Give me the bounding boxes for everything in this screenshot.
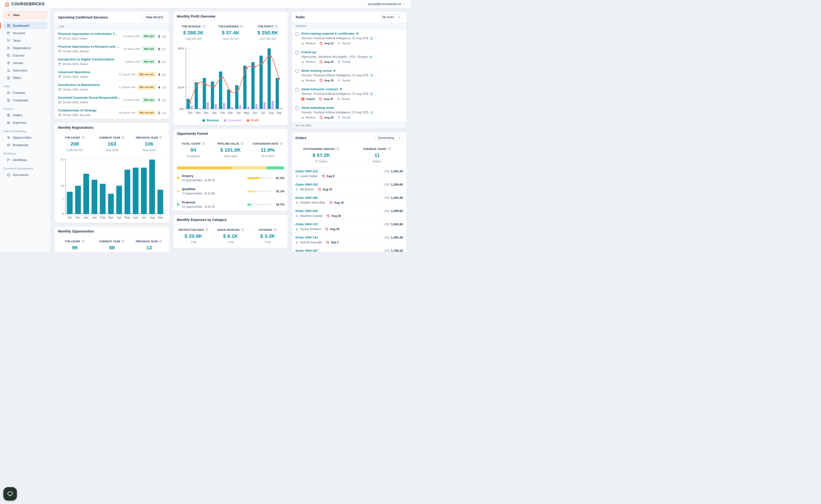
order-id-link[interactable]: Order #INV-134 bbox=[295, 236, 318, 239]
external-link-icon[interactable] bbox=[370, 74, 373, 77]
order-id-link[interactable]: Order #INV-256 bbox=[295, 209, 318, 213]
order-row[interactable]: Order #INV-134 USD 1,292.40 Nichole Kass… bbox=[292, 233, 406, 247]
session-row[interactable]: Advanced Operations 16 Nov 2025, Online … bbox=[55, 68, 169, 81]
help-icon[interactable]: ? bbox=[82, 240, 85, 243]
order-row[interactable]: Order #INV-387 USD 1,789.20 bbox=[292, 247, 406, 252]
help-icon[interactable]: ? bbox=[241, 228, 244, 231]
task-row[interactable]: Follow up Opportunity: Johnathan McLaugh… bbox=[292, 48, 406, 66]
sidebar-item-venues[interactable]: Venues bbox=[3, 59, 47, 66]
view-all-button[interactable]: View All (17) bbox=[143, 14, 166, 20]
help-icon[interactable]: ? bbox=[205, 228, 208, 231]
order-row[interactable]: Order #INV-191 USD 1,299.60 Bill BoehmAu… bbox=[292, 181, 406, 194]
sidebar-item-broadcasts[interactable]: Broadcasts bbox=[3, 141, 47, 149]
help-icon[interactable]: ? bbox=[274, 228, 277, 231]
help-icon[interactable]: ? bbox=[240, 25, 243, 28]
task-checkbox[interactable] bbox=[295, 51, 299, 54]
funnel-card: Opportunity Funnel TOTAL COUNT? 84 In pi… bbox=[173, 129, 288, 211]
session-row[interactable]: Introduction to Maintenance 16 Nov 2025,… bbox=[55, 81, 169, 94]
help-icon[interactable]: ? bbox=[336, 147, 339, 150]
legend-expenses[interactable]: Expenses bbox=[224, 119, 242, 122]
new-button[interactable]: New bbox=[3, 11, 47, 19]
session-row[interactable]: Introduction to Digital Transformation 0… bbox=[55, 55, 169, 68]
session-row[interactable]: Practical Approaches to Research and … 0… bbox=[55, 43, 169, 55]
session-title-link[interactable]: Advanced Operations bbox=[58, 70, 117, 74]
session-row[interactable]: Practical Approaches to Information T… 0… bbox=[55, 30, 169, 43]
session-date-icon bbox=[58, 37, 61, 40]
session-title-link[interactable]: Essential Corporate Social Responsibili… bbox=[58, 96, 122, 99]
help-icon[interactable]: ? bbox=[82, 136, 85, 139]
task-checkbox[interactable] bbox=[295, 69, 299, 73]
session-title-link[interactable]: Fundamentals of Strategy bbox=[58, 109, 117, 112]
sidebar-item-expenses[interactable]: Expenses bbox=[3, 119, 47, 126]
external-link-icon[interactable] bbox=[370, 111, 373, 114]
session-min-badge: Min met bbox=[142, 47, 156, 51]
order-id-link[interactable]: Order #INV-387 bbox=[295, 249, 318, 252]
session-title-link[interactable]: Practical Approaches to Research and … bbox=[58, 45, 122, 48]
task-row[interactable]: Send instructor contract Session: Practi… bbox=[292, 85, 406, 103]
external-link-icon[interactable] bbox=[369, 55, 372, 58]
order-id-link[interactable]: Order #INV-191 bbox=[295, 183, 318, 186]
brand[interactable]: COURSEBRICKS bbox=[4, 1, 45, 7]
external-link-icon[interactable] bbox=[370, 37, 373, 40]
task-context: Session: Practical Artificial Intelligen… bbox=[301, 111, 368, 114]
stat-sub: In pipeline bbox=[175, 155, 212, 158]
sidebar-item-instructors[interactable]: Instructors bbox=[3, 67, 47, 74]
task-row[interactable]: Print training material & certificates S… bbox=[292, 29, 406, 48]
help-icon[interactable]: ? bbox=[280, 142, 283, 145]
order-row[interactable]: Order #INV-256 USD 1,299.60 Madeline Goy… bbox=[292, 207, 406, 220]
legend-revenue[interactable]: Revenue bbox=[202, 119, 219, 122]
help-icon[interactable]: ? bbox=[202, 142, 205, 145]
sidebar-item-label: Sessions bbox=[13, 31, 25, 35]
sidebar-item-opportunities[interactable]: Opportunities bbox=[3, 134, 47, 141]
task-title-link[interactable]: Follow up bbox=[301, 50, 316, 54]
order-id-link[interactable]: Order #INV-381 bbox=[295, 196, 318, 200]
task-title-link[interactable]: Send marketing email bbox=[301, 106, 334, 110]
sidebar-item-companies[interactable]: Companies bbox=[3, 97, 47, 104]
task-checkbox[interactable] bbox=[295, 88, 299, 91]
user-menu[interactable]: yousef@coursebricks.io bbox=[368, 2, 406, 6]
due-date-icon bbox=[320, 60, 323, 64]
help-icon[interactable]: ? bbox=[159, 240, 162, 243]
session-row[interactable]: Essential Corporate Social Responsibili…… bbox=[55, 94, 169, 106]
orders-filter-select[interactable]: Outstanding bbox=[375, 135, 403, 141]
legend-profit[interactable]: Profit bbox=[247, 119, 259, 122]
session-title-link[interactable]: Introduction to Digital Transformation bbox=[58, 58, 123, 61]
task-row[interactable]: Book training venue Session: Practical A… bbox=[292, 66, 406, 85]
sidebar-item-contacts[interactable]: Contacts bbox=[3, 89, 47, 96]
task-row[interactable]: Send marketing email Session: Practical … bbox=[292, 103, 406, 122]
help-icon[interactable]: ? bbox=[388, 147, 391, 150]
help-icon[interactable]: ? bbox=[275, 25, 278, 28]
session-title-link[interactable]: Introduction to Maintenance bbox=[58, 83, 117, 87]
sidebar-item-registrations[interactable]: Registrations bbox=[3, 44, 47, 52]
tasks-filter-select[interactable]: My tasks bbox=[379, 14, 403, 20]
task-title-link[interactable]: Send instructor contract bbox=[301, 87, 338, 91]
task-checkbox[interactable] bbox=[295, 32, 299, 36]
tasks-card-title: Tasks bbox=[295, 15, 305, 19]
sidebar-item-orders[interactable]: Orders bbox=[3, 111, 47, 119]
order-id-link[interactable]: Order #INV-121 bbox=[295, 222, 318, 226]
sidebar-item-offers[interactable]: Offers bbox=[3, 74, 47, 81]
order-row[interactable]: Order #INV-121 USD 1,642.80 Tyrone Smith… bbox=[292, 220, 406, 233]
session-title-link[interactable]: Practical Approaches to Information T… bbox=[58, 32, 122, 36]
sidebar-item-documents[interactable]: Documents bbox=[3, 171, 47, 178]
help-icon[interactable]: ? bbox=[202, 25, 205, 28]
sidebar-item-sessions[interactable]: Sessions bbox=[3, 29, 47, 37]
help-icon[interactable]: ? bbox=[121, 136, 124, 139]
task-priority: Urgent bbox=[306, 97, 315, 100]
order-id-link[interactable]: Order #INV-321 bbox=[295, 169, 318, 173]
order-row[interactable]: Order #INV-381 USD 1,292.40 Freddie Ullr… bbox=[292, 194, 406, 207]
task-title-link[interactable]: Book training venue bbox=[301, 69, 332, 72]
due-date-icon bbox=[325, 227, 328, 231]
task-title-link[interactable]: Print training material & certificates bbox=[301, 32, 354, 35]
external-link-icon[interactable] bbox=[370, 92, 373, 96]
help-icon[interactable]: ? bbox=[241, 142, 244, 145]
sidebar-item-courses[interactable]: Courses bbox=[3, 52, 47, 59]
task-checkbox[interactable] bbox=[295, 106, 299, 110]
order-row[interactable]: Order #INV-321 USD 1,292.40 Lester Harbe… bbox=[292, 167, 406, 181]
sidebar-item-tasks[interactable]: Tasks bbox=[3, 37, 47, 44]
help-icon[interactable]: ? bbox=[159, 136, 162, 139]
sidebar-item-dashboard[interactable]: Dashboard bbox=[3, 22, 47, 29]
session-row[interactable]: Fundamentals of Strategy 30 Nov 2025, Br… bbox=[55, 106, 169, 119]
help-icon[interactable]: ? bbox=[121, 240, 124, 243]
sidebar-item-workflows[interactable]: Workflows bbox=[3, 156, 47, 163]
